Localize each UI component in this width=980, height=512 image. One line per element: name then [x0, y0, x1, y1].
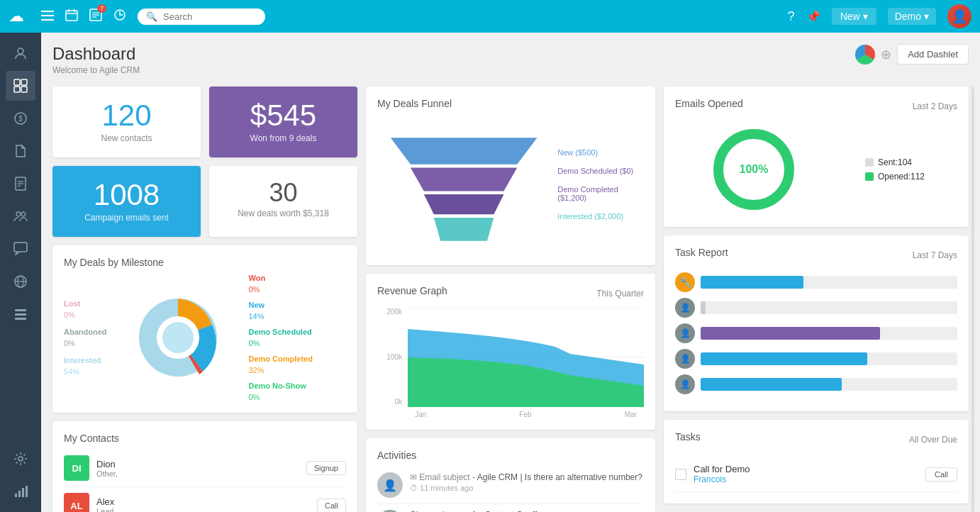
x-mar: Mar — [625, 411, 637, 418]
svg-rect-30 — [15, 313, 26, 316]
won-label: Won — [249, 274, 313, 282]
page-title: Dashboard — [52, 44, 140, 64]
activity-avatar-1: 👤 — [377, 472, 403, 498]
new-label: New — [249, 301, 313, 309]
task-avatar-4: 👤 — [675, 349, 695, 369]
task-avatar-3: 👤 — [675, 323, 695, 343]
task-bar-bg-5 — [701, 378, 957, 391]
y-0k: 0k — [377, 398, 402, 406]
search-input[interactable] — [163, 11, 257, 22]
revenue-chart-container: 200k 100k 0k — [377, 308, 644, 418]
won-pct: 0% — [249, 285, 313, 294]
pie-chart-container: Lost 0% Abandoned 0% Interested 54% — [64, 274, 346, 401]
task-bar-bg-3 — [701, 327, 957, 340]
lost-pct: 0% — [64, 311, 107, 319]
task-checkbox-1[interactable] — [675, 469, 686, 480]
contact-sub-1: Other, — [96, 469, 299, 478]
svg-marker-42 — [424, 194, 504, 214]
task-info-1: Call for Demo Francois — [694, 464, 918, 484]
scrollbar[interactable] — [971, 87, 974, 512]
tasks-icon[interactable]: 7 — [89, 9, 102, 25]
tasks-all-label: All Over Due — [909, 435, 957, 445]
history-icon[interactable] — [113, 9, 126, 25]
sent-label: Sent:104 — [878, 157, 912, 167]
sidebar-files-icon[interactable] — [6, 136, 35, 166]
task-avatar-2: 👤 — [675, 298, 695, 318]
contact-info-1: Dion Other, — [96, 459, 299, 478]
sidebar-people-icon[interactable] — [6, 201, 35, 231]
new-deals-card: 30 New deals worth $5,318 — [209, 166, 357, 237]
task-avatar-1: 🔧 — [675, 272, 695, 292]
svg-rect-14 — [21, 79, 27, 85]
quarter-label: This Quarter — [596, 289, 644, 299]
campaign-emails-label: Campaign emails sent — [67, 213, 186, 223]
task-bar-bg-4 — [701, 352, 957, 365]
task-report-title: Task Report — [675, 247, 728, 258]
activity-item-2: 👤 Changed owner for Contact Geoffrey — [377, 504, 644, 512]
user-avatar[interactable]: 👤 — [947, 4, 971, 28]
pin-icon[interactable]: 📌 — [806, 10, 820, 23]
contact-row-2: AL Alex Lead, Call — [64, 487, 346, 512]
sidebar-deals-icon[interactable]: $ — [6, 104, 35, 133]
demo-completed-label: Demo Completed — [249, 355, 313, 363]
opened-dot — [865, 172, 874, 181]
add-dashlet-button[interactable]: Add Dashlet — [897, 44, 969, 65]
emails-last-label: Last 2 Days — [913, 101, 957, 111]
task-avatar-5: 👤 — [675, 374, 695, 394]
sidebar-data-icon[interactable] — [6, 299, 35, 329]
svg-rect-34 — [18, 491, 21, 497]
help-icon[interactable]: ? — [788, 9, 795, 24]
sidebar-dashboard-icon[interactable] — [6, 71, 35, 101]
sidebar-contacts-icon[interactable] — [6, 38, 35, 68]
right-column: Emails Opened Last 2 Days 100% — [664, 87, 969, 512]
revenue-header: Revenue Graph This Quarter — [377, 285, 644, 302]
pie-chart-svg — [121, 281, 235, 394]
left-column: 120 New contacts $545 Won from 9 deals 1… — [52, 87, 357, 512]
emails-opened-card: Emails Opened Last 2 Days 100% — [664, 87, 969, 227]
svg-point-24 — [21, 212, 26, 216]
contact-action-1[interactable]: Signup — [306, 461, 346, 475]
svg-rect-36 — [26, 486, 28, 497]
svg-text:$: $ — [18, 115, 23, 123]
demo-button[interactable]: Demo ▾ — [888, 8, 936, 25]
svg-point-23 — [16, 212, 21, 216]
app-logo[interactable]: ☁ — [9, 7, 24, 26]
lost-label: Lost — [64, 299, 107, 308]
task-owner-1: Francois — [694, 474, 918, 484]
revenue-svg — [408, 308, 644, 407]
deals-funnel-card: My Deals Funnel New ($500) — [366, 87, 655, 265]
contact-avatar-1: DI — [64, 455, 89, 481]
sidebar-globe-icon[interactable] — [6, 267, 35, 296]
sidebar-docs-icon[interactable] — [6, 169, 35, 199]
my-contacts-title: My Contacts — [64, 433, 346, 444]
demo-completed-pct: 32% — [249, 366, 313, 374]
search-box[interactable]: 🔍 — [138, 9, 265, 25]
task-bar-bg-2 — [701, 301, 957, 314]
calendar-icon[interactable] — [65, 9, 78, 25]
sidebar-settings-icon[interactable] — [6, 444, 35, 474]
task-report-last-label: Last 7 Days — [913, 250, 957, 260]
svg-rect-2 — [41, 19, 54, 21]
task-call-button-1[interactable]: Call — [925, 467, 957, 482]
emails-opened-header: Emails Opened Last 2 Days — [675, 98, 957, 115]
funnel-label-demo-completed: Demo Completed ($1,200) — [557, 185, 644, 202]
page-subtitle: Welcome to Agile CRM — [52, 65, 140, 75]
chrome-extension-icon[interactable] — [855, 45, 875, 65]
contact-avatar-2: AL — [64, 493, 89, 512]
add-icon[interactable]: ⊕ — [881, 47, 891, 62]
new-button[interactable]: New ▾ — [832, 8, 876, 25]
interested-pct: 54% — [64, 367, 107, 376]
task-bar-fill-2 — [701, 301, 706, 314]
donut-legend: Sent:104 Opened:112 — [865, 157, 925, 182]
activities-title: Activities — [377, 450, 644, 461]
campaign-emails-number: 1008 — [67, 180, 186, 210]
sidebar-chat-icon[interactable] — [6, 234, 35, 264]
chart-area: Jan Feb Mar — [408, 308, 644, 418]
menu-icon[interactable] — [41, 9, 54, 24]
task-report-card: Task Report Last 7 Days 🔧 👤 — [664, 235, 969, 411]
contact-action-2[interactable]: Call — [317, 499, 346, 512]
svg-rect-15 — [14, 87, 20, 92]
demo-noshow-label: Demo No-Show — [249, 382, 313, 390]
sidebar-analytics-icon[interactable] — [6, 477, 35, 506]
dashboard-grid: 120 New contacts $545 Won from 9 deals 1… — [52, 87, 969, 512]
